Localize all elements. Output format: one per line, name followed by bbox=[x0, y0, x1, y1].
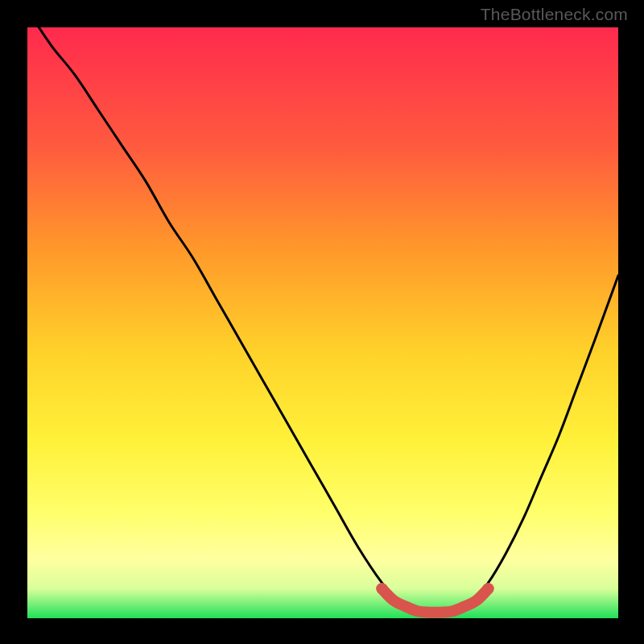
plot-area bbox=[27, 27, 618, 618]
curve-layer bbox=[27, 27, 618, 618]
attribution-label: TheBottleneck.com bbox=[481, 5, 628, 24]
chart-frame: TheBottleneck.com bbox=[0, 0, 644, 644]
bottleneck-curve bbox=[27, 27, 618, 615]
optimal-band bbox=[382, 588, 488, 613]
optimal-band-endpoint-left bbox=[376, 583, 387, 594]
optimal-band-endpoint-right bbox=[483, 583, 494, 594]
